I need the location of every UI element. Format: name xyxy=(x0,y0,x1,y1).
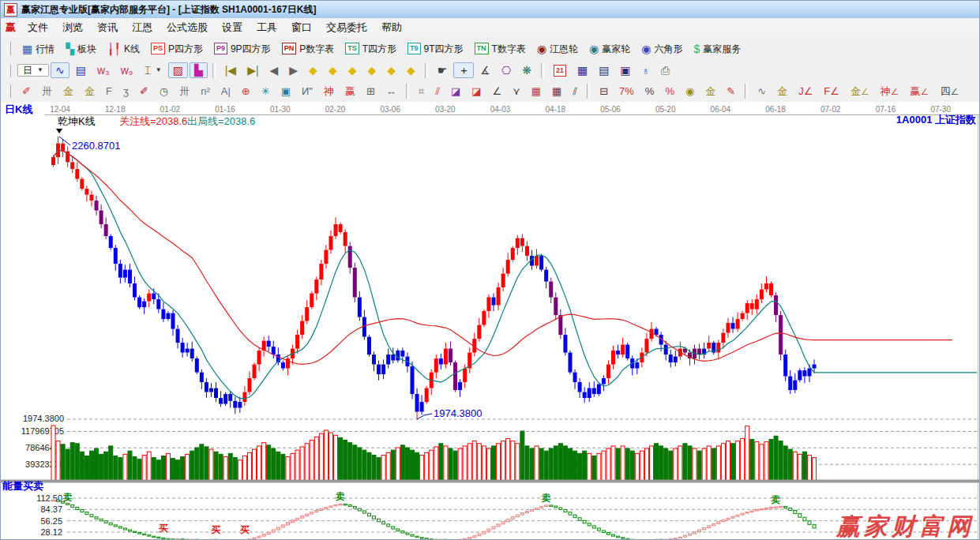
percent-line-icon[interactable]: % xyxy=(660,84,679,99)
gold-line-icon[interactable]: 金 xyxy=(700,84,720,99)
f-angle-icon[interactable]: F∠ xyxy=(819,84,844,99)
n2-grid-icon[interactable]: n² xyxy=(196,84,215,99)
menu-item-江恩[interactable]: 江恩 xyxy=(125,19,160,36)
t-table-button[interactable]: TNT数字表 xyxy=(470,40,531,57)
width-measure-icon[interactable]: ↔ xyxy=(381,84,401,99)
shen-angle-icon[interactable]: 神∠ xyxy=(876,84,904,99)
9p-square-button[interactable]: P99P四方形 xyxy=(209,40,276,57)
k-mark-icon[interactable]: И" xyxy=(297,84,317,99)
parallel-icon[interactable]: ⫽ xyxy=(568,84,582,99)
gold-grid-icon[interactable]: 金 xyxy=(58,84,78,99)
candle-period-button[interactable]: ⌶▼ xyxy=(139,62,166,78)
f-grid-icon[interactable]: F xyxy=(101,84,117,99)
gold-grid2-icon[interactable]: 金 xyxy=(80,84,100,99)
fan-box-purple-icon[interactable]: ◪ xyxy=(446,84,465,99)
winner-wheel-button[interactable]: ◉赢家轮 xyxy=(584,41,635,57)
circle-cross-icon[interactable]: ⊕ xyxy=(237,84,255,99)
diamond-split-button[interactable]: ◆ xyxy=(344,62,362,78)
menu-item-资讯[interactable]: 资讯 xyxy=(90,19,125,36)
hexagon-button[interactable]: ◉六角形 xyxy=(636,41,687,57)
toolbar-grip[interactable] xyxy=(7,84,11,98)
scale-icon[interactable]: ⊟ xyxy=(595,84,613,99)
flower-tool-button[interactable]: ❋ xyxy=(517,62,536,78)
diamond-right-button[interactable]: ◆ xyxy=(324,62,342,78)
wave-tool-icon[interactable]: ∿ xyxy=(753,84,771,99)
menu-item-帮助[interactable]: 帮助 xyxy=(374,19,409,36)
square-target-icon[interactable]: ▣ xyxy=(276,84,295,99)
pin-brush-icon[interactable]: ✎ xyxy=(722,84,740,99)
trendline-tool-button[interactable]: ∡ xyxy=(475,62,495,78)
gann-shape-button[interactable]: ⎔ xyxy=(497,62,516,78)
toolbar-grip[interactable] xyxy=(7,64,11,77)
wave-v-icon[interactable]: ⋎ xyxy=(508,84,525,99)
t-square-button[interactable]: TST四方形 xyxy=(340,40,401,57)
angle-lines-icon[interactable]: ∠ xyxy=(488,84,507,99)
percent-icon[interactable]: % xyxy=(640,84,659,99)
grid-lines2-icon[interactable]: 卅 xyxy=(175,84,194,99)
winner-service-button[interactable]: $赢家服务 xyxy=(689,41,746,57)
menu-item-浏览[interactable]: 浏览 xyxy=(55,19,90,36)
kline-button[interactable]: ╽╿K线 xyxy=(103,41,145,57)
9t-square-button[interactable]: T99T四方形 xyxy=(403,40,468,57)
menu-item-公式选股[interactable]: 公式选股 xyxy=(160,19,215,36)
gold-circle-icon[interactable]: ◉ xyxy=(681,84,699,99)
brush-icon[interactable]: ✐ xyxy=(17,84,36,99)
notes-icon[interactable]: ▤ xyxy=(594,62,614,78)
diamond-move-button[interactable]: ◆ xyxy=(402,62,420,78)
grid-box2-icon[interactable]: ▦ xyxy=(547,84,566,99)
menu-item-文件[interactable]: 文件 xyxy=(21,19,55,36)
grid-lines-icon[interactable]: 卅 xyxy=(37,84,57,99)
clock-icon[interactable]: ◷ xyxy=(155,84,173,99)
coil-grid-icon[interactable]: ʒ xyxy=(118,84,133,99)
gold-underline-icon[interactable]: 金 xyxy=(772,84,792,99)
shen-grid-icon[interactable]: 神 xyxy=(319,84,339,99)
sectors-button[interactable]: ▚板块 xyxy=(61,41,101,57)
a-line-icon[interactable]: A| xyxy=(216,84,235,99)
hand-tool-button[interactable]: ☛ xyxy=(433,62,452,78)
fan-box-red-icon[interactable]: ◪ xyxy=(467,84,486,99)
calendar-icon[interactable]: 21 xyxy=(549,62,571,79)
nav-next-button[interactable]: ▶ xyxy=(284,62,302,78)
title-bar[interactable]: 赢 赢家江恩专业版[赢家内部服务平台] - [上证指数 SH1A0001-167… xyxy=(1,1,979,19)
menu-item-工具[interactable]: 工具 xyxy=(250,19,284,36)
gann-fan-icon[interactable]: ⫽ xyxy=(430,84,445,99)
nav-prev-button[interactable]: ◀ xyxy=(265,62,283,78)
gold-angle-icon[interactable]: 金∠ xyxy=(846,84,874,99)
diamond-expand-button[interactable]: ◆ xyxy=(382,62,400,78)
wave3-icon[interactable]: w₃ xyxy=(92,62,115,78)
web-icon[interactable]: ♁ xyxy=(637,62,655,78)
print-icon[interactable]: ⎙ xyxy=(656,62,674,78)
menu-item-窗口[interactable]: 窗口 xyxy=(284,19,319,36)
pattern-icon[interactable]: ▨ xyxy=(168,62,188,78)
brush2-icon[interactable]: ✐ xyxy=(135,84,153,99)
j-angle-icon[interactable]: J∠ xyxy=(794,84,817,99)
ying-grid-icon[interactable]: 赢 xyxy=(340,84,360,99)
crosshair-tool-button[interactable]: ＋ xyxy=(453,62,474,78)
nav-last-button[interactable]: ▶| xyxy=(242,62,263,78)
chart-canvas[interactable]: 12-0412-1801-0201-1601-3002-2003-0603-20… xyxy=(1,102,980,540)
grid-box-icon[interactable]: ▦ xyxy=(527,84,546,99)
diamond-left-button[interactable]: ◆ xyxy=(304,62,322,78)
histogram-icon[interactable]: ▙ xyxy=(190,62,208,78)
circle-star-icon[interactable]: ✳ xyxy=(257,84,275,99)
chart-region[interactable]: 12-0412-1801-0201-1601-3002-2003-0603-20… xyxy=(1,102,980,540)
ruler-grid-icon[interactable]: ⊞ xyxy=(362,84,380,99)
doc-icon[interactable]: ▤ xyxy=(71,62,91,78)
p-table-button[interactable]: PNP数字表 xyxy=(277,40,340,57)
nav-first-button[interactable]: |◀ xyxy=(220,62,241,78)
quotes-button[interactable]: ▦行情 xyxy=(17,41,59,57)
wave9-icon[interactable]: w₉ xyxy=(116,62,138,78)
percent7-icon[interactable]: 7% xyxy=(614,84,639,99)
si-angle-icon[interactable]: 四∠ xyxy=(935,84,963,99)
calculator-icon[interactable]: ▦ xyxy=(573,62,592,78)
zigzag-icon[interactable]: ∿ xyxy=(51,62,69,78)
menu-item-设置[interactable]: 设置 xyxy=(215,19,250,36)
menu-item-交易委托[interactable]: 交易委托 xyxy=(319,19,374,36)
p-square-button[interactable]: PSP四方形 xyxy=(146,40,208,57)
ying-angle-icon[interactable]: 赢∠ xyxy=(906,84,934,99)
period-day-button[interactable]: 日▼ xyxy=(17,64,49,77)
square-handle-icon[interactable]: ⌗ xyxy=(414,84,429,99)
save-icon[interactable]: ▣ xyxy=(615,62,635,78)
gann-wheel-button[interactable]: ◉江恩轮 xyxy=(532,41,583,57)
diamond-cross-button[interactable]: ◆ xyxy=(362,62,381,78)
